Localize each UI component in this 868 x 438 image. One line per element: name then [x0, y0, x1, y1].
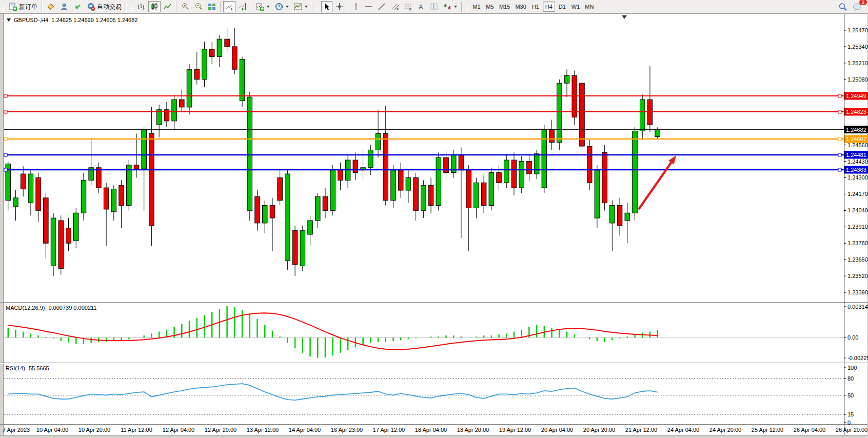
svg-text:10 Apr 20:00: 10 Apr 20:00 — [78, 427, 110, 433]
toolbar-grip[interactable] — [317, 2, 319, 11]
trendline-button[interactable] — [376, 1, 388, 12]
horizontal-line-button[interactable] — [362, 1, 374, 12]
timeframe-M15[interactable]: M15 — [497, 2, 512, 12]
svg-text:E: E — [397, 8, 399, 11]
svg-text:20 Apr 04:00: 20 Apr 04:00 — [541, 427, 573, 433]
dropdown-caret-icon — [454, 6, 457, 8]
price-badge-1.24949: 1.24949 — [844, 92, 868, 100]
horizontal-line-icon — [364, 3, 372, 11]
periods-button[interactable] — [273, 1, 291, 12]
chart-candles-button[interactable] — [148, 1, 161, 12]
timeframe-W1[interactable]: W1 — [569, 2, 582, 12]
dropdown-caret-icon — [267, 6, 270, 8]
timeframe-M30[interactable]: M30 — [513, 2, 528, 12]
toolbar-separator — [220, 2, 221, 12]
arrows-button[interactable] — [441, 1, 459, 12]
symbol-dropdown-icon[interactable] — [7, 18, 11, 22]
timeframe-M1[interactable]: M1 — [470, 2, 483, 12]
toolbar-separator — [312, 2, 313, 12]
templates-icon — [294, 3, 302, 11]
fibonacci-button[interactable]: F — [402, 1, 415, 12]
svg-text:1.24481: 1.24481 — [846, 152, 866, 158]
auto-trading-button[interactable]: 自动交易 — [85, 1, 124, 12]
svg-text:1.24607: 1.24607 — [846, 136, 866, 142]
zoom-out-button[interactable] — [192, 1, 205, 12]
svg-text:1.23780: 1.23780 — [847, 240, 868, 246]
tile-windows-button[interactable] — [206, 1, 218, 12]
price-badge-1.24363: 1.24363 — [844, 166, 868, 173]
rsi-name: RSI(14) — [6, 365, 25, 371]
toolbar-grip[interactable] — [466, 2, 468, 11]
market-button[interactable] — [45, 1, 57, 12]
svg-text:12 Apr 04:00: 12 Apr 04:00 — [163, 427, 194, 433]
svg-text:1.24823: 1.24823 — [846, 109, 866, 115]
svg-text:24 Apr 04:00: 24 Apr 04:00 — [667, 427, 699, 433]
toolbar-separator — [176, 2, 177, 12]
market-icon — [47, 3, 55, 11]
svg-text:1.25470: 1.25470 — [847, 27, 868, 33]
symbol-title[interactable]: GBPUSD-,H4 1.24625 1.24699 1.24605 1.246… — [7, 17, 137, 23]
signals-button[interactable] — [71, 1, 84, 12]
price-badge-1.24481: 1.24481 — [844, 151, 868, 158]
timeframe-D1[interactable]: D1 — [556, 2, 568, 12]
chart-canvas[interactable]: 1.254701.253401.252101.250801.245601.244… — [0, 0, 868, 438]
price-badge-1.24682: 1.24682 — [844, 126, 868, 133]
svg-text:18 Apr 04:00: 18 Apr 04:00 — [415, 427, 447, 433]
timeframe-M5[interactable]: M5 — [484, 2, 496, 12]
zoom-out-icon — [194, 3, 203, 11]
toolbar-right-tools: 1 — [836, 1, 865, 12]
add-indicator-button[interactable] — [254, 1, 272, 12]
chart-bars-button[interactable] — [135, 1, 147, 12]
svg-text:11 Apr 12:00: 11 Apr 12:00 — [121, 427, 152, 433]
toolbar-grip[interactable] — [2, 2, 5, 11]
new-order-icon — [9, 3, 17, 11]
timeframe-toolbar: M1M5M15M30H1H4D1W1MN — [470, 2, 596, 12]
svg-text:16 Apr 23:00: 16 Apr 23:00 — [331, 427, 363, 433]
svg-text:1.23650: 1.23650 — [847, 256, 868, 263]
svg-text:1.24300: 1.24300 — [847, 174, 868, 181]
svg-text:1.24430: 1.24430 — [847, 158, 868, 165]
vertical-line-button[interactable] — [351, 1, 361, 12]
svg-text:1.24363: 1.24363 — [846, 167, 866, 173]
new-order-button[interactable]: 新订单 — [7, 1, 40, 12]
text-label-icon: T — [430, 3, 438, 11]
auto-scroll-icon — [225, 3, 233, 11]
search-button[interactable] — [836, 1, 850, 12]
svg-text:80: 80 — [847, 375, 854, 382]
cursor-icon — [323, 3, 330, 11]
svg-text:10 Apr 04:00: 10 Apr 04:00 — [36, 427, 68, 433]
templates-button[interactable] — [292, 1, 310, 12]
text-button[interactable]: A — [416, 1, 427, 12]
text-icon: A — [418, 3, 425, 11]
svg-text:T: T — [432, 4, 436, 10]
crosshair-button[interactable] — [333, 1, 346, 12]
svg-text:26 Apr 04:00: 26 Apr 04:00 — [794, 427, 825, 433]
toolbar-grip[interactable] — [130, 2, 133, 11]
timeframe-MN[interactable]: MN — [583, 2, 596, 12]
macd-indicator-label: MACD(12,26,9)0.000739 0.000211 — [6, 305, 96, 311]
svg-text:1.24040: 1.24040 — [847, 207, 868, 213]
svg-text:17 Apr 12:00: 17 Apr 12:00 — [373, 427, 405, 433]
profile-button[interactable] — [58, 1, 70, 12]
auto-scroll-button[interactable] — [223, 1, 235, 12]
chart-shift-button[interactable] — [236, 1, 249, 12]
time-axis-labels: 7 Apr 202310 Apr 04:0010 Apr 20:0011 Apr… — [3, 427, 867, 433]
chart-line-button[interactable] — [162, 1, 174, 12]
chat-button[interactable]: 1 — [851, 1, 864, 12]
text-label-button[interactable]: T — [428, 1, 440, 12]
toolbar-separator — [126, 2, 127, 12]
svg-text:1.25080: 1.25080 — [847, 76, 868, 83]
zoom-in-button[interactable] — [179, 1, 191, 12]
timeframe-H4[interactable]: H4 — [543, 2, 555, 12]
svg-text:24 Apr 20:00: 24 Apr 20:00 — [709, 427, 741, 433]
auto-trading-icon — [87, 3, 95, 11]
svg-text:18 Apr 20:00: 18 Apr 20:00 — [457, 427, 489, 433]
timeframe-H1[interactable]: H1 — [529, 2, 542, 12]
toolbar-separator — [461, 2, 462, 12]
equidistant-channel-button[interactable]: E — [389, 1, 401, 12]
chart-candles-icon — [150, 3, 159, 11]
symbol-timeframe-label: GBPUSD-,H4 — [14, 17, 48, 23]
new-order-label: 新订单 — [19, 3, 37, 11]
cursor-button[interactable] — [321, 1, 332, 12]
profile-icon — [60, 3, 68, 11]
